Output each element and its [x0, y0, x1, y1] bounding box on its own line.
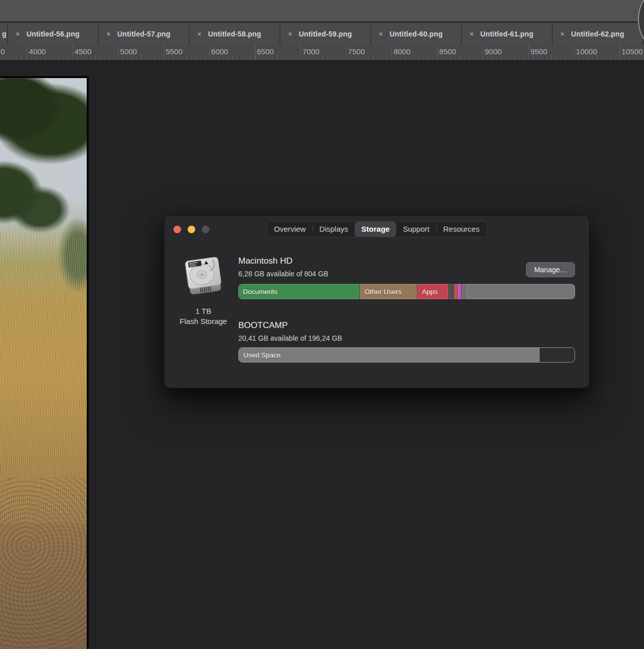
ruler-major-tick: 7000: [300, 45, 301, 60]
ruler-label: 9000: [485, 47, 502, 56]
ruler-major-tick: 6000: [209, 45, 210, 60]
window-tab-resources[interactable]: Resources: [437, 222, 486, 237]
tab-close-icon[interactable]: ×: [197, 30, 201, 38]
tab-close-icon[interactable]: ×: [470, 30, 474, 38]
canvas-photo[interactable]: [0, 76, 89, 649]
ruler-minor-ticks: [0, 57, 644, 59]
ruler-major-tick: 10500: [620, 45, 620, 60]
disk-capacity: 1 TB: [175, 307, 231, 315]
window-tab-support[interactable]: Support: [396, 222, 436, 237]
window-tab-storage[interactable]: Storage: [355, 222, 397, 237]
document-tab[interactable]: ×Untitled-56.png: [8, 23, 98, 45]
ruler-major-tick: 6500: [255, 45, 256, 60]
ruler-label: 5000: [120, 47, 137, 56]
ruler: 0 40004500500055006000650070007500800085…: [0, 45, 644, 60]
photoshop-options-bar: [0, 0, 644, 23]
segment-small: [461, 284, 466, 299]
tab-label: Untitled-62.png: [571, 30, 624, 38]
ruler-label: 9500: [530, 47, 547, 56]
tab-close-icon[interactable]: ×: [560, 30, 564, 38]
tab-label: Untitled-61.png: [480, 30, 533, 38]
segment-small: [457, 284, 461, 299]
zoom-window-button-disabled: [202, 226, 209, 233]
disk-kind: Flash Storage: [175, 317, 231, 326]
ruler-label: 6000: [211, 47, 228, 56]
ruler-label: 7500: [348, 47, 365, 56]
ruler-partial-label: 0: [1, 47, 5, 56]
tab-label: g: [2, 30, 7, 38]
tab-label: Untitled-59.png: [299, 30, 352, 38]
document-tab[interactable]: ×Untitled-58.png: [190, 23, 279, 45]
volume-name-bootcamp: BOOTCAMP: [238, 320, 575, 331]
close-window-button[interactable]: [173, 226, 181, 233]
ruler-label: 4000: [29, 47, 46, 56]
ruler-major-tick: 8500: [437, 45, 438, 60]
ruler-label: 8500: [439, 47, 456, 56]
tab-label: Untitled-56.png: [26, 30, 80, 38]
tab-label: Untitled-60.png: [389, 30, 443, 38]
ruler-label: 5500: [166, 47, 183, 56]
segment-small: [454, 284, 457, 299]
document-tab[interactable]: ×Untitled-60.png: [371, 23, 461, 45]
tab-label: Untitled-57.png: [117, 30, 170, 38]
free-space-segment: [467, 284, 575, 299]
window-tab-displays[interactable]: Displays: [313, 222, 355, 237]
ruler-label: 10500: [622, 47, 643, 56]
volume-available-bootcamp: 20,41 GB available of 196,24 GB: [238, 334, 575, 342]
ruler-major-tick: 10000: [574, 45, 575, 60]
tab-close-icon[interactable]: ×: [16, 30, 20, 38]
document-tab[interactable]: ×Untitled-62.png: [553, 23, 642, 45]
window-titlebar[interactable]: OverviewDisplaysStorageSupportResources: [164, 215, 589, 243]
ruler-major-tick: 5000: [118, 45, 119, 60]
document-tab[interactable]: ×Untitled-59.png: [280, 23, 370, 45]
window-tab-overview[interactable]: Overview: [267, 222, 312, 237]
segment-small: [449, 284, 454, 299]
tab-close-icon[interactable]: ×: [288, 30, 292, 38]
ruler-label: 4500: [75, 47, 91, 56]
volume-name-macintosh-hd: Macintosh HD: [238, 256, 575, 266]
minimize-window-button[interactable]: [188, 226, 195, 233]
document-tab[interactable]: ×Untitled-61.png: [462, 23, 552, 45]
segment-documents: Documents: [238, 284, 360, 299]
bootcamp-used-segment: Used Space: [239, 348, 540, 362]
ruler-label: 10000: [576, 47, 597, 56]
ruler-label: 8000: [393, 47, 410, 56]
disk-summary: 1 TB Flash Storage: [175, 254, 231, 326]
ruler-major-tick: 8000: [391, 45, 392, 60]
about-mac-storage-window: OverviewDisplaysStorageSupportResources: [164, 215, 589, 388]
ruler-major-tick: 4500: [73, 45, 73, 60]
document-tab-bar: g ×Untitled-56.png×Untitled-57.png×Untit…: [0, 23, 644, 45]
traffic-lights: [173, 226, 209, 233]
manage-button[interactable]: Manage…: [526, 262, 575, 277]
tab-label: Untitled-58.png: [208, 30, 261, 38]
macintosh-hd-usage-bar: DocumentsOther UsersApps: [238, 284, 575, 299]
window-tabs: OverviewDisplaysStorageSupportResources: [266, 221, 487, 237]
ruler-major-tick: 9000: [483, 45, 483, 60]
screen: g ×Untitled-56.png×Untitled-57.png×Untit…: [0, 0, 644, 649]
segment-other-users: Other Users: [360, 284, 417, 299]
ruler-major-tick: 7500: [346, 45, 346, 60]
tab-close-icon[interactable]: ×: [379, 30, 383, 38]
ruler-label: 7000: [302, 47, 319, 56]
ruler-major-tick: 5500: [164, 45, 164, 60]
document-tab-partial[interactable]: g: [0, 23, 7, 45]
ruler-major-tick: 4000: [27, 45, 27, 60]
hard-drive-icon: [180, 254, 227, 301]
bootcamp-usage-bar: Used Space: [238, 347, 575, 363]
volumes-info: Macintosh HD 6,28 GB available of 804 GB…: [238, 256, 575, 363]
document-tab[interactable]: ×Untitled-57.png: [99, 23, 189, 45]
segment-apps: Apps: [417, 284, 448, 299]
tab-close-icon[interactable]: ×: [106, 30, 111, 38]
canvas-area: OverviewDisplaysStorageSupportResources: [0, 60, 644, 649]
volume-available-macintosh-hd: 6,28 GB available of 804 GB: [238, 270, 575, 278]
ruler-label: 6500: [257, 47, 274, 56]
used-space-label: Used Space: [243, 351, 281, 359]
ruler-major-tick: 9500: [528, 45, 529, 60]
